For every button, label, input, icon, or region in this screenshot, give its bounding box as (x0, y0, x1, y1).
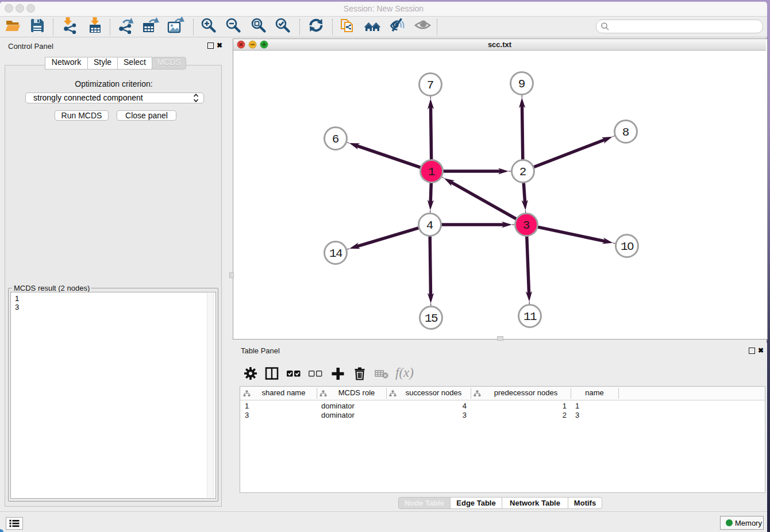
svg-text:1: 1 (428, 165, 436, 179)
svg-text:3: 3 (523, 219, 530, 232)
svg-text:11: 11 (523, 310, 537, 323)
svg-text:6: 6 (332, 133, 340, 146)
svg-text:8: 8 (622, 126, 630, 139)
svg-text:10: 10 (621, 240, 634, 253)
svg-text:15: 15 (425, 312, 438, 325)
svg-text:7: 7 (427, 79, 434, 92)
svg-text:14: 14 (329, 247, 342, 260)
svg-text:9: 9 (518, 78, 526, 91)
svg-text:2: 2 (519, 165, 527, 179)
svg-text:4: 4 (426, 219, 434, 232)
